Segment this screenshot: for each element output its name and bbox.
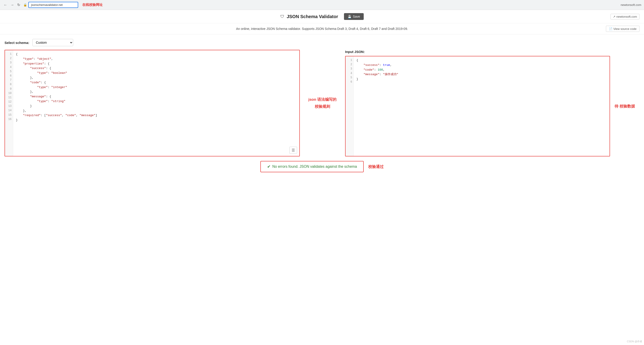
save-icon: 💾 (348, 15, 352, 18)
validation-result: ✔ No errors found. JSON validates agains… (260, 161, 364, 172)
nav-buttons: ← → ↻ (3, 2, 21, 7)
main-content: Select schema: Custom Draft 3 Draft 4 Dr… (0, 34, 644, 181)
shield-icon: 🛡 (280, 14, 284, 19)
view-source-icon: 📄 (609, 27, 612, 30)
save-label: Save (353, 15, 360, 18)
schema-editor[interactable]: 12345 678910 111213141516 { "type": "obj… (4, 50, 300, 156)
right-editors-row: 123456 { "success": true, "code": 100, "… (345, 56, 640, 156)
schema-dropdown[interactable]: Custom Draft 3 Draft 4 Draft 6 Draft 7 D… (32, 39, 73, 46)
data-annotation-text: 待 校验数据 (614, 104, 635, 109)
description-text: An online, interactive JSON Schema valid… (236, 27, 408, 30)
schema-select-label: Select schema: (4, 41, 29, 45)
url-annotation: 在线校验网址 (82, 3, 103, 7)
check-icon: ✔ (267, 164, 270, 169)
page-title: JSON Schema Validator (287, 14, 338, 19)
page-title-area: 🛡 JSON Schema Validator 💾 Save (280, 13, 364, 20)
browser-right-link: newtonsoft.com (621, 3, 641, 6)
schema-menu-button[interactable]: ☰ (289, 147, 297, 154)
input-json-editor[interactable]: 123456 { "success": true, "code": 100, "… (345, 56, 610, 156)
json-rule-text: json 语法编写的校验规则 (308, 96, 337, 110)
address-bar[interactable]: jsonschemavalidator.net (28, 2, 78, 8)
validation-row: ✔ No errors found. JSON validates agains… (4, 156, 640, 177)
schema-editor-content: 12345 678910 111213141516 { "type": "obj… (5, 50, 299, 156)
validation-text: No errors found. JSON validates against … (272, 165, 357, 169)
newtonsoft-link[interactable]: ↗ newtonsoft.com (610, 14, 640, 19)
page-header: 🛡 JSON Schema Validator 💾 Save ↗ newtons… (0, 10, 644, 23)
input-json-line-numbers: 123456 (346, 56, 354, 156)
pass-annotation: 校验通过 (368, 164, 384, 169)
editors-row: 12345 678910 111213141516 { "type": "obj… (4, 50, 640, 156)
json-rule-annotation: json 语法编写的校验规则 (304, 50, 340, 156)
data-annotation: 待 校验数据 (610, 56, 640, 156)
schema-toolbar: ☰ (289, 147, 297, 154)
back-button[interactable]: ← (3, 2, 8, 7)
schema-code[interactable]: { "type": "object", "properties": { "suc… (13, 50, 299, 156)
input-json-code[interactable]: { "success": true, "code": 100, "message… (354, 56, 610, 156)
browser-chrome: ← → ↻ 🔒 jsonschemavalidator.net 在线校验网址 n… (0, 0, 644, 10)
right-panel: Input JSON: 123456 { "success": true, "c… (345, 50, 640, 156)
view-source-label: View source code (614, 27, 636, 30)
view-source-button[interactable]: 📄 View source code (606, 26, 640, 32)
schema-line-numbers: 12345 678910 111213141516 (5, 50, 13, 156)
input-json-label: Input JSON: (345, 50, 640, 54)
forward-button[interactable]: → (10, 2, 15, 7)
refresh-button[interactable]: ↻ (16, 2, 21, 7)
sub-header: An online, interactive JSON Schema valid… (0, 23, 644, 34)
schema-select-row: Select schema: Custom Draft 3 Draft 4 Dr… (4, 39, 640, 46)
save-button[interactable]: 💾 Save (344, 13, 364, 20)
input-json-editor-content: 123456 { "success": true, "code": 100, "… (346, 56, 610, 156)
